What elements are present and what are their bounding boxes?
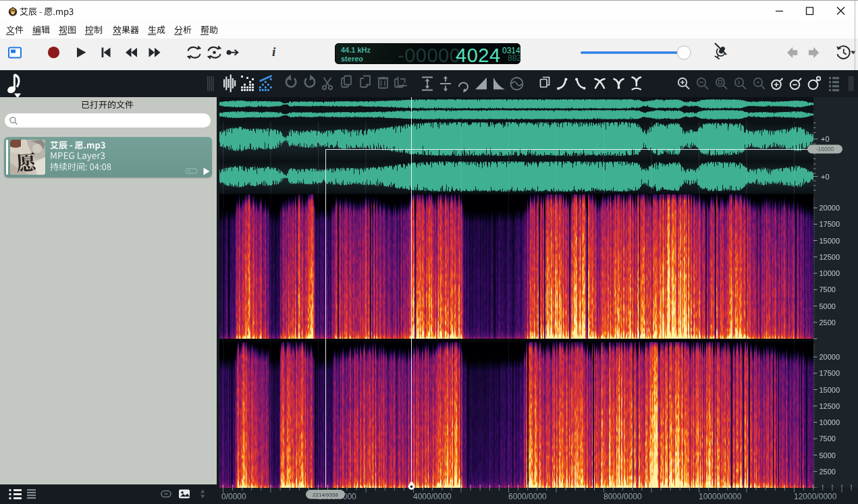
svg-text:12500: 12500	[820, 402, 840, 410]
svg-text:6000/0000: 6000/0000	[508, 492, 547, 501]
svg-text:10000: 10000	[820, 418, 840, 426]
svg-text:2500: 2500	[820, 318, 836, 327]
svg-text:4000/0000: 4000/0000	[413, 492, 452, 501]
svg-text:5000: 5000	[820, 451, 836, 459]
svg-text:15000: 15000	[820, 386, 840, 394]
svg-text:7500: 7500	[820, 435, 836, 443]
svg-text:2214/9358: 2214/9358	[313, 492, 338, 498]
svg-text:7500: 7500	[820, 285, 836, 293]
svg-text:20000: 20000	[820, 204, 840, 212]
svg-text:10000: 10000	[820, 269, 840, 277]
svg-text:0/0000: 0/0000	[221, 492, 246, 501]
svg-text:17500: 17500	[820, 220, 840, 228]
svg-text:12500: 12500	[820, 253, 840, 261]
svg-text:8000/0000: 8000/0000	[604, 492, 642, 501]
svg-text:+0: +0	[821, 173, 830, 181]
svg-text:10000/0000: 10000/0000	[699, 492, 742, 501]
svg-text:+0: +0	[821, 135, 830, 143]
svg-text:20000: 20000	[820, 353, 840, 361]
svg-text:17500: 17500	[820, 369, 840, 377]
svg-text:15000: 15000	[820, 237, 840, 245]
svg-text:i: i	[272, 45, 276, 59]
svg-text:5000: 5000	[820, 302, 836, 310]
svg-text:2500: 2500	[820, 468, 836, 476]
svg-text:12000/0000: 12000/0000	[794, 492, 837, 501]
svg-text:-16000: -16000	[816, 146, 834, 152]
